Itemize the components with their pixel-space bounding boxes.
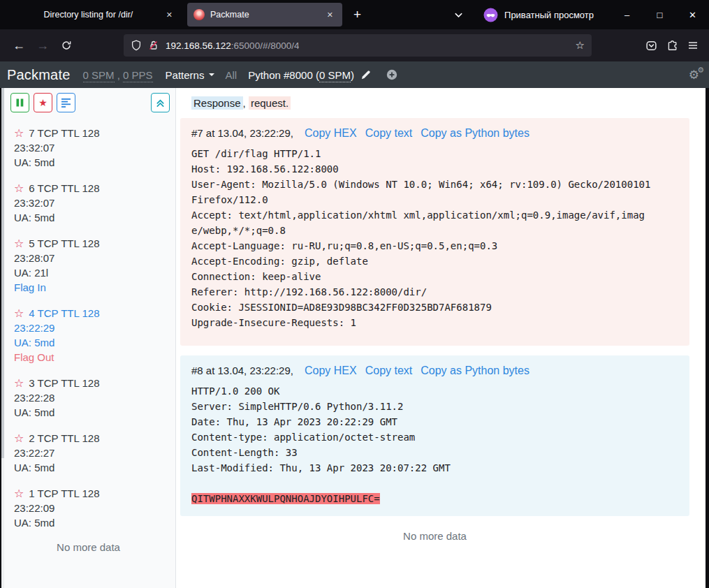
stream-flag-out-link[interactable]: Flag Out bbox=[14, 350, 171, 365]
packmate-favicon bbox=[193, 9, 205, 20]
traffic-stats: 0 SPM , 0 PPS bbox=[83, 69, 153, 81]
star-outline-icon[interactable]: ☆ bbox=[14, 433, 24, 444]
window-controls: – □ ✕ bbox=[611, 0, 709, 29]
shield-icon[interactable] bbox=[131, 40, 142, 51]
url-text[interactable]: 192.168.56.122:65000/#/8000/4 bbox=[166, 41, 299, 51]
tab-close-icon[interactable]: ✕ bbox=[324, 9, 336, 21]
stream-list-item[interactable]: ☆7 TCP TTL 128 23:32:07 UA: 5md bbox=[14, 126, 171, 170]
extensions-puzzle-icon[interactable] bbox=[662, 35, 682, 56]
window-maximize-button[interactable]: □ bbox=[643, 0, 676, 29]
scroll-to-top-button[interactable] bbox=[151, 93, 170, 112]
private-browsing-label: Приватный просмотр bbox=[504, 10, 594, 20]
stream-title[interactable]: 3 TCP TTL 128 bbox=[29, 376, 99, 390]
packet-block: #7 at 13.04, 23:22:29, Copy HEXCopy text… bbox=[180, 118, 689, 346]
new-tab-button[interactable]: + bbox=[345, 3, 370, 27]
stream-title[interactable]: 7 TCP TTL 128 bbox=[29, 126, 99, 140]
back-button[interactable]: ← bbox=[7, 34, 31, 57]
stream-list-item[interactable]: ☆6 TCP TTL 128 23:32:07 UA: 5md bbox=[14, 181, 171, 225]
stream-user-agent[interactable]: UA: 5md bbox=[14, 210, 171, 225]
forward-button: → bbox=[31, 34, 54, 57]
url-bar[interactable]: 192.168.56.122:65000/#/8000/4 ☆ bbox=[124, 34, 592, 57]
star-outline-icon[interactable]: ☆ bbox=[14, 128, 24, 139]
list-filter-button[interactable] bbox=[57, 93, 75, 112]
packmate-navbar: Packmate 0 SPM , 0 PPS Patterns All Pyth… bbox=[0, 61, 709, 88]
stream-flag-in-link[interactable]: Flag In bbox=[14, 280, 171, 295]
service-tab-python-8000[interactable]: Python #8000 (0 SPM) bbox=[248, 69, 371, 81]
stream-time[interactable]: 23:22:29 bbox=[14, 321, 171, 335]
copy-link[interactable]: Copy text bbox=[365, 127, 413, 139]
tab-directory-listing[interactable]: Directory listing for /dir/ ✕ bbox=[7, 3, 182, 27]
browser-toolbar: ← → 192.168.56.122:65000/#/8000/4 ☆ bbox=[0, 29, 709, 61]
copy-link[interactable]: Copy text bbox=[365, 365, 413, 376]
stream-list-item[interactable]: ☆1 TCP TTL 128 23:22:09 UA: 5md bbox=[14, 486, 171, 530]
list-all-tabs-chevron-icon[interactable] bbox=[453, 10, 464, 20]
packet-header: #7 at 13.04, 23:22:29, Copy HEXCopy text… bbox=[191, 127, 678, 140]
stream-time[interactable]: 23:22:09 bbox=[14, 501, 171, 515]
angles-up-icon bbox=[156, 98, 165, 108]
star-outline-icon[interactable]: ☆ bbox=[14, 308, 24, 319]
page-content: ★ ☆7 TCP TTL 128 23:32:07 UA: 5md ☆6 TCP… bbox=[0, 88, 709, 588]
copy-link[interactable]: Copy HEX bbox=[305, 365, 357, 376]
window-minimize-button[interactable]: – bbox=[611, 0, 643, 29]
copy-link[interactable]: Copy as Python bytes bbox=[421, 365, 529, 376]
star-outline-icon[interactable]: ☆ bbox=[14, 238, 24, 249]
menu-hamburger-icon[interactable] bbox=[682, 35, 703, 56]
sidebar-toolbar: ★ bbox=[1, 88, 175, 117]
packet-list: #7 at 13.04, 23:22:29, Copy HEXCopy text… bbox=[180, 118, 689, 516]
pps-counter: 0 PPS bbox=[123, 69, 153, 82]
window-close-button[interactable]: ✕ bbox=[676, 0, 709, 29]
patterns-dropdown[interactable]: Patterns bbox=[166, 69, 215, 81]
insecure-lock-icon[interactable] bbox=[148, 40, 159, 51]
stream-title[interactable]: 1 TCP TTL 128 bbox=[29, 486, 99, 501]
stream-title[interactable]: 2 TCP TTL 128 bbox=[29, 431, 99, 446]
star-outline-icon[interactable]: ☆ bbox=[14, 183, 24, 194]
copy-link[interactable]: Copy HEX bbox=[305, 127, 357, 139]
stream-user-agent[interactable]: UA: 21l bbox=[14, 265, 171, 280]
edit-pencil-icon[interactable] bbox=[360, 70, 371, 80]
stream-list-item[interactable]: ☆4 TCP TTL 128 23:22:29 UA: 5md Flag Out bbox=[14, 306, 171, 365]
align-left-icon bbox=[61, 98, 71, 108]
stream-detail-pane: Response, request. #7 at 13.04, 23:22:29… bbox=[176, 88, 706, 588]
service-spm-counter: 0 SPM bbox=[319, 69, 351, 82]
stream-title[interactable]: 5 TCP TTL 128 bbox=[29, 236, 99, 251]
stream-time[interactable]: 23:22:28 bbox=[14, 390, 171, 405]
packet-header: #8 at 13.04, 23:22:29, Copy HEXCopy text… bbox=[191, 365, 678, 377]
copy-link[interactable]: Copy as Python bytes bbox=[421, 127, 529, 139]
app-brand[interactable]: Packmate bbox=[7, 67, 71, 83]
add-service-button[interactable] bbox=[386, 69, 397, 80]
stream-user-agent[interactable]: UA: 5md bbox=[14, 155, 171, 170]
pocket-icon[interactable] bbox=[641, 35, 662, 56]
star-filled-icon: ★ bbox=[38, 97, 47, 108]
pattern-match-highlight: QITWPHNAXXKWULPQNHOAJDYOIHPULFC= bbox=[191, 493, 380, 504]
packet-id: #8 at 13.04, 23:22:29, bbox=[191, 365, 293, 376]
packet-id: #7 at 13.04, 23:22:29, bbox=[191, 127, 293, 139]
stream-time[interactable]: 23:32:07 bbox=[14, 196, 171, 210]
tab-packmate[interactable]: Packmate ✕ bbox=[187, 3, 342, 27]
tab-close-icon[interactable]: ✕ bbox=[163, 9, 175, 21]
stream-user-agent[interactable]: UA: 5md bbox=[14, 335, 171, 350]
scrollbar-thumb[interactable] bbox=[1, 88, 4, 458]
stream-title[interactable]: 6 TCP TTL 128 bbox=[29, 181, 99, 196]
stream-title[interactable]: 4 TCP TTL 128 bbox=[29, 306, 99, 321]
stream-time[interactable]: 23:22:27 bbox=[14, 446, 171, 460]
stream-list-item[interactable]: ☆3 TCP TTL 128 23:22:28 UA: 5md bbox=[14, 376, 171, 420]
reload-button[interactable] bbox=[54, 34, 78, 57]
tab-bar: Directory listing for /dir/ ✕ Packmate ✕… bbox=[0, 0, 709, 29]
packet-type-legend: Response, request. bbox=[191, 97, 689, 109]
pause-capture-button[interactable] bbox=[10, 93, 29, 112]
sidebar-scrollbar[interactable] bbox=[1, 88, 4, 588]
service-all-link[interactable]: All bbox=[225, 69, 237, 81]
stream-list-item[interactable]: ☆2 TCP TTL 128 23:22:27 UA: 5md bbox=[14, 431, 171, 475]
stream-user-agent[interactable]: UA: 5md bbox=[14, 460, 171, 475]
stream-list-item[interactable]: ☆5 TCP TTL 128 23:28:07 UA: 21l Flag In bbox=[14, 236, 171, 295]
star-outline-icon[interactable]: ☆ bbox=[14, 488, 24, 499]
stream-time[interactable]: 23:28:07 bbox=[14, 251, 171, 265]
star-outline-icon[interactable]: ☆ bbox=[14, 378, 24, 389]
favorites-filter-button[interactable]: ★ bbox=[34, 93, 52, 112]
bookmark-star-icon[interactable]: ☆ bbox=[576, 39, 585, 52]
settings-gears-icon[interactable]: ⚙⚙ bbox=[689, 69, 699, 81]
stream-user-agent[interactable]: UA: 5md bbox=[14, 405, 171, 420]
stream-time[interactable]: 23:32:07 bbox=[14, 140, 171, 155]
service-label: Python #8000 (0 SPM) bbox=[248, 69, 354, 81]
stream-user-agent[interactable]: UA: 5md bbox=[14, 515, 171, 530]
